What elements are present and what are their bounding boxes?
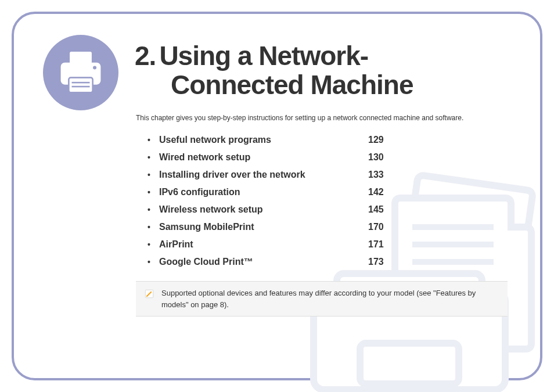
toc-page: 142 [368,187,391,197]
chapter-title-line2: Connected Machine [171,71,413,100]
chapter-icon-circle [43,35,118,110]
bullet-icon: • [148,153,156,162]
toc-label: Useful network programs [159,135,271,145]
toc-label: Installing driver over the network [159,170,305,180]
toc-item[interactable]: • IPv6 configuration 142 [148,187,391,197]
chapter-title-line1: Using a Network- [159,41,368,71]
toc-item[interactable]: • AirPrint 171 [148,239,391,250]
chapter-intro: This chapter gives you step-by-step inst… [136,114,511,122]
bullet-icon: • [148,240,156,249]
toc-page: 171 [368,239,391,250]
bullet-icon: • [148,257,156,267]
toc-page: 173 [368,257,391,267]
svg-point-17 [93,66,96,69]
chapter-title: 2.Using a Network- Connected Machine [135,42,413,99]
toc-page: 129 [368,135,391,145]
toc-label: Google Cloud Print™ [159,257,253,267]
printer-icon [56,48,106,98]
toc-page: 130 [368,152,391,163]
toc-item[interactable]: • Useful network programs 129 [148,135,391,145]
svg-rect-11 [70,52,92,64]
bullet-icon: • [148,205,156,214]
svg-rect-13 [69,78,92,93]
toc-item[interactable]: • Samsung MobilePrint 170 [148,222,391,232]
toc-item[interactable]: • Wired network setup 130 [148,152,391,163]
toc-label: Samsung MobilePrint [159,222,254,232]
bullet-icon: • [148,135,156,145]
chapter-number: 2. [135,42,156,71]
toc-page: 133 [368,170,391,180]
page-frame: 2.Using a Network- Connected Machine Thi… [12,12,542,380]
table-of-contents: • Useful network programs 129 • Wired ne… [148,135,391,267]
svg-rect-9 [360,343,459,384]
toc-label: Wired network setup [159,152,250,163]
bullet-icon: • [148,170,156,179]
pencil-note-icon [144,289,154,299]
toc-item[interactable]: • Installing driver over the network 133 [148,170,391,180]
toc-page: 145 [368,204,391,215]
toc-item[interactable]: • Wireless network setup 145 [148,204,391,215]
toc-label: Wireless network setup [159,204,263,215]
note-box: Supported optional devices and features … [136,281,508,317]
toc-label: AirPrint [159,239,193,250]
note-text: Supported optional devices and features … [161,287,499,310]
bullet-icon: • [148,222,156,232]
toc-item[interactable]: • Google Cloud Print™ 173 [148,257,391,267]
toc-label: IPv6 configuration [159,187,240,197]
content-area: 2.Using a Network- Connected Machine Thi… [14,14,540,378]
header-row: 2.Using a Network- Connected Machine [43,37,511,110]
toc-page: 170 [368,222,391,232]
bullet-icon: • [148,188,156,197]
